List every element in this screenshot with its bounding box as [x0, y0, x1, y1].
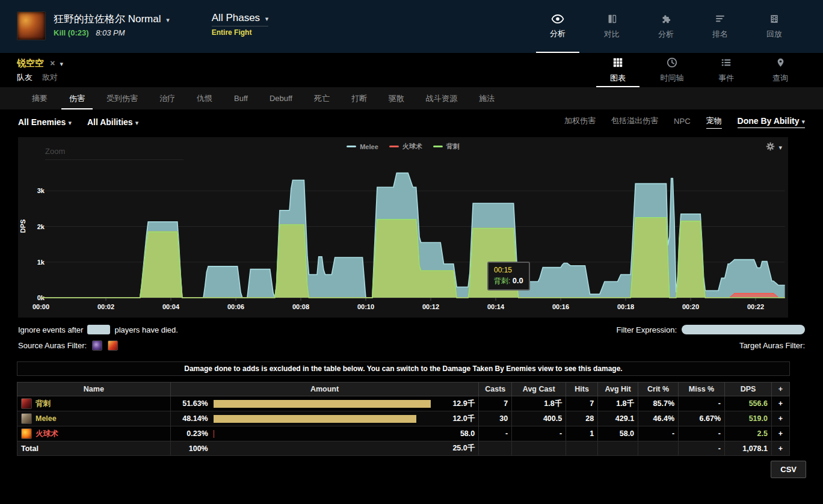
group-tab-0[interactable]: 队友	[17, 72, 32, 83]
table-row: 火球术0.23%58.0--158.0--2.5+	[17, 426, 790, 441]
ability-name-cell[interactable]: 火球术	[17, 426, 171, 441]
expand-button[interactable]: +	[771, 441, 789, 456]
chevron-down-icon[interactable]: ▾	[60, 60, 64, 67]
tab-3[interactable]: 治疗	[152, 88, 183, 109]
col-header-7[interactable]: Miss %	[679, 383, 725, 396]
tab-9[interactable]: 驱散	[381, 88, 412, 109]
avg_cast-cell: -	[512, 426, 566, 441]
tab-6[interactable]: Debuff	[262, 88, 300, 108]
nav-item-puzzle[interactable]: 分析	[639, 0, 693, 53]
tab-2[interactable]: 受到伤害	[99, 88, 146, 109]
event-controls-row: Ignore events after players have died. F…	[18, 325, 805, 334]
filter-expression-input[interactable]	[682, 325, 805, 334]
phases-dropdown[interactable]: All Phases ▾	[212, 12, 269, 24]
view-grid[interactable]: 图表	[591, 53, 645, 87]
avg_hit-cell: 429.1	[598, 411, 638, 426]
col-header-5[interactable]: Avg Hit	[598, 383, 638, 396]
miss-cell: -	[679, 396, 725, 411]
player-name: 锐空空	[17, 58, 44, 68]
amount-value: 58.0	[436, 429, 475, 438]
filter-toggle-1[interactable]: 包括溢出伤害	[611, 115, 658, 129]
ability-name-cell[interactable]: 背刺	[17, 396, 171, 411]
tab-4[interactable]: 仇恨	[189, 88, 220, 109]
source-aura-icon-1[interactable]	[92, 340, 102, 351]
table-row: 背刺51.63%12.9千71.8千71.8千85.7%-556.6+	[17, 396, 790, 411]
auras-controls-row: Source Auras Filter: Target Auras Filter…	[18, 340, 805, 351]
filter-toggle-label: NPC	[674, 117, 690, 126]
expand-button[interactable]: +	[771, 426, 789, 441]
col-header-8[interactable]: DPS	[725, 383, 772, 396]
tab-11[interactable]: 施法	[471, 88, 502, 109]
nav-item-rankings[interactable]: 排名	[693, 0, 747, 53]
col-header-2[interactable]: Casts	[479, 383, 512, 396]
svg-text:2k: 2k	[37, 223, 45, 230]
view-label: 时间轴	[661, 73, 684, 84]
tab-1[interactable]: 伤害	[61, 88, 93, 109]
crit-cell: 85.7%	[638, 396, 679, 411]
tab-7[interactable]: 死亡	[306, 88, 338, 109]
filter-dropdown-1[interactable]: All Abilities▾	[87, 117, 138, 127]
tab-0[interactable]: 摘要	[24, 88, 55, 109]
expand-button[interactable]: +	[771, 411, 789, 426]
table-total-row: Total100%25.0千-1,078.1+	[17, 441, 790, 456]
chevron-down-icon: ▾	[68, 119, 72, 126]
col-header-9[interactable]: +	[771, 383, 789, 396]
adds-damage-notice: Damage done to adds is excluded in the t…	[17, 361, 790, 376]
amount-cell: 48.14%12.0千	[170, 411, 479, 426]
total-pct: 100%	[174, 444, 208, 453]
nav-item-replay[interactable]: 回放	[747, 0, 801, 53]
boss-portrait[interactable]	[17, 11, 46, 40]
tooltip-time: 00:15	[494, 266, 523, 274]
filter-toggle-3[interactable]: 宠物	[706, 115, 722, 129]
total-avg_hit-cell	[598, 441, 638, 456]
col-header-3[interactable]: Avg Cast	[512, 383, 566, 396]
svg-text:00:20: 00:20	[682, 303, 699, 310]
filter-toggle-2[interactable]: NPC	[674, 117, 690, 128]
avg_hit-cell: 58.0	[598, 426, 638, 441]
col-header-1[interactable]: Amount	[170, 383, 479, 396]
group-tabs: 队友敌对	[17, 72, 63, 83]
close-icon[interactable]: ×	[50, 58, 55, 68]
filter-dropdown-0[interactable]: All Enemies▾	[18, 117, 72, 127]
col-header-4[interactable]: Hits	[566, 383, 598, 396]
filter-toggle-4[interactable]: Done By Ability▾	[738, 116, 805, 128]
view-label: 事件	[718, 73, 734, 84]
svg-text:00:06: 00:06	[227, 303, 244, 310]
fight-title-dropdown[interactable]: 狂野的拉佐格尔 Normal ▾	[54, 12, 170, 26]
filter-toggle-0[interactable]: 加权伤害	[564, 115, 596, 129]
tab-8[interactable]: 打断	[344, 88, 375, 109]
phase-selected: Entire Fight	[212, 26, 269, 37]
amount-pct: 48.14%	[174, 414, 208, 423]
casts-cell: 30	[479, 411, 512, 426]
svg-text:00:08: 00:08	[292, 303, 309, 310]
backstab-icon	[21, 398, 32, 409]
filter-expression-label: Filter Expression:	[617, 325, 677, 334]
expand-button[interactable]: +	[771, 396, 789, 411]
filter-toggle-label: Done By Ability	[738, 116, 800, 126]
dps-area-chart[interactable]: 00:0000:0200:0400:0600:0800:1000:1200:14…	[18, 137, 788, 318]
col-header-0[interactable]: Name	[17, 383, 171, 396]
top-navigation: 分析对比分析排名回放	[531, 0, 801, 53]
view-list[interactable]: 事件	[699, 53, 753, 87]
amount-bar	[214, 415, 416, 423]
deaths-count-input[interactable]	[87, 325, 110, 334]
group-tab-1[interactable]: 敌对	[42, 72, 58, 83]
nav-item-eye[interactable]: 分析	[531, 0, 585, 53]
view-pin[interactable]: 查询	[753, 53, 807, 87]
nav-item-compare[interactable]: 对比	[585, 0, 639, 53]
amount-pct: 51.63%	[174, 399, 208, 408]
csv-export-button[interactable]: CSV	[771, 461, 806, 478]
ability-name-cell[interactable]: Melee	[17, 411, 171, 426]
tab-5[interactable]: Buff	[226, 88, 256, 108]
filter-dropdown-label: All Abilities	[87, 117, 133, 127]
tab-10[interactable]: 战斗资源	[418, 88, 465, 109]
damage-table: NameAmountCastsAvg CastHitsAvg HitCrit %…	[17, 382, 790, 456]
svg-text:00:10: 00:10	[357, 303, 374, 310]
col-header-6[interactable]: Crit %	[638, 383, 679, 396]
player-filter-chip[interactable]: 锐空空 × ▾	[17, 58, 63, 69]
metric-tabs: 摘要伤害受到伤害治疗仇恨BuffDebuff死亡打断驱散战斗资源施法	[0, 87, 823, 109]
view-label: 查询	[772, 73, 788, 84]
casts-cell: 7	[479, 396, 512, 411]
view-clock[interactable]: 时间轴	[645, 53, 699, 87]
source-aura-icon-2[interactable]	[108, 340, 118, 351]
